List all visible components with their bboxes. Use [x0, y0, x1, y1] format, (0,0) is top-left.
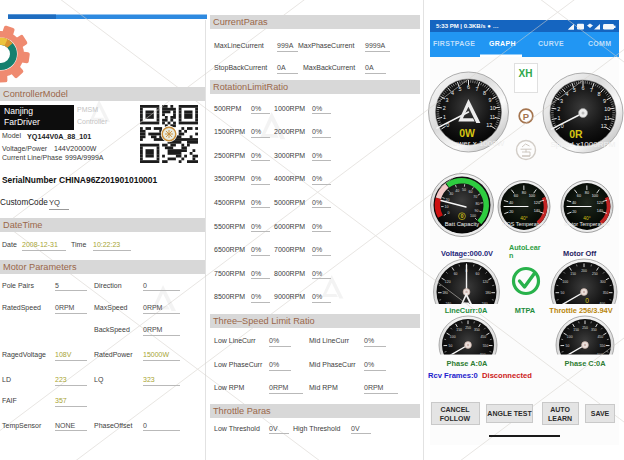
svg-text:450: 450	[480, 335, 486, 339]
svg-text:20: 20	[572, 210, 576, 214]
svg-text:Speed x1000RPM: Speed x1000RPM	[551, 140, 616, 149]
svg-text:140: 140	[534, 209, 540, 213]
svg-text:0: 0	[585, 297, 589, 304]
svg-text:550: 550	[600, 344, 606, 348]
svg-text:100: 100	[567, 335, 573, 339]
svg-text:100: 100	[450, 335, 456, 339]
svg-text:150: 150	[570, 272, 576, 276]
svg-text:60: 60	[577, 194, 581, 198]
svg-text:1: 1	[443, 114, 446, 120]
svg-text:80: 80	[475, 202, 479, 206]
svg-text:180: 180	[442, 291, 448, 295]
svg-text:50: 50	[566, 344, 570, 348]
svg-text:0W: 0W	[459, 127, 475, 139]
svg-text:120: 120	[445, 280, 451, 284]
svg-text:0: 0	[448, 211, 450, 215]
svg-text:20: 20	[446, 198, 450, 202]
svg-text:8: 8	[483, 90, 486, 96]
svg-text:250: 250	[582, 326, 588, 330]
svg-text:P: P	[523, 111, 530, 122]
svg-text:250: 250	[592, 272, 598, 276]
svg-text:120: 120	[482, 280, 488, 284]
svg-text:Motor Temperature: Motor Temperature	[564, 221, 609, 227]
svg-text:2: 2	[557, 106, 560, 112]
svg-text:Power x 1000W: Power x 1000W	[448, 139, 505, 148]
svg-text:30: 30	[449, 192, 453, 196]
svg-text:60: 60	[454, 272, 458, 276]
svg-text:250: 250	[465, 326, 471, 330]
svg-text:350: 350	[474, 328, 480, 332]
svg-text:70: 70	[473, 195, 477, 199]
svg-text:3: 3	[560, 98, 563, 104]
svg-text:150: 150	[573, 328, 579, 332]
svg-text:80: 80	[522, 191, 526, 195]
svg-text:11: 11	[490, 114, 496, 120]
svg-text:60: 60	[468, 190, 472, 194]
svg-text:200: 200	[581, 269, 587, 273]
svg-text:20: 20	[509, 210, 513, 214]
svg-text:40: 40	[509, 201, 513, 205]
svg-text:120: 120	[534, 201, 540, 205]
svg-text:350: 350	[603, 291, 609, 295]
svg-text:40: 40	[572, 201, 576, 205]
svg-text:140: 140	[597, 209, 603, 213]
svg-text:10: 10	[490, 105, 496, 111]
svg-text:10: 10	[445, 205, 449, 209]
svg-text:12: 12	[486, 122, 492, 128]
svg-text:100: 100	[529, 194, 535, 198]
svg-text:6: 6	[582, 85, 585, 91]
svg-text:8: 8	[598, 91, 601, 97]
svg-text:100: 100	[470, 214, 476, 218]
svg-text:3: 3	[446, 97, 449, 103]
svg-text:MOS Temperature: MOS Temperature	[502, 221, 546, 227]
svg-text:9: 9	[603, 98, 606, 104]
svg-text:2: 2	[443, 105, 446, 111]
svg-text:120: 120	[597, 201, 603, 205]
svg-text:60: 60	[476, 272, 480, 276]
svg-text:0R: 0R	[569, 128, 583, 140]
svg-text:300: 300	[600, 280, 606, 284]
svg-text:50: 50	[449, 344, 453, 348]
svg-text:7: 7	[590, 87, 593, 93]
svg-text:10: 10	[604, 106, 610, 112]
svg-text:100: 100	[592, 194, 598, 198]
svg-text:40: 40	[455, 189, 459, 193]
svg-text:11: 11	[604, 115, 610, 121]
svg-text:450: 450	[597, 335, 603, 339]
svg-text:50: 50	[561, 291, 565, 295]
svg-text:12: 12	[601, 123, 607, 129]
svg-text:9: 9	[488, 97, 491, 103]
svg-text:350: 350	[591, 328, 597, 332]
svg-text:Batt Capacity: Batt Capacity	[445, 221, 480, 227]
svg-text:1: 1	[558, 115, 561, 121]
svg-text:7: 7	[476, 86, 479, 92]
svg-text:150: 150	[456, 328, 462, 332]
svg-text:0: 0	[460, 213, 463, 219]
svg-text:100: 100	[562, 280, 568, 284]
svg-text:6: 6	[467, 84, 470, 90]
svg-text:50: 50	[462, 188, 466, 192]
svg-text:180: 180	[485, 291, 491, 295]
svg-text:60: 60	[514, 194, 518, 198]
svg-text:80: 80	[585, 191, 589, 195]
svg-text:90: 90	[475, 209, 479, 213]
svg-text:550: 550	[483, 344, 489, 348]
